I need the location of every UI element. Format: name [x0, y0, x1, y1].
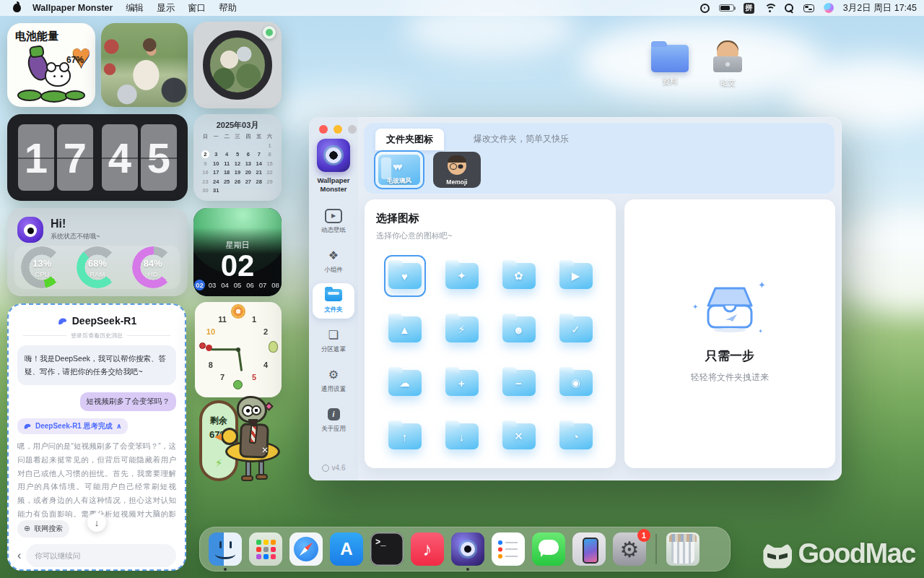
siri-icon[interactable] [824, 3, 834, 13]
folder-option-person[interactable]: ☻ [490, 303, 547, 355]
theme-card-memoji[interactable]: Memoji [433, 152, 481, 188]
folder-option-lightning[interactable]: ⚡ [433, 303, 490, 355]
battery-capsule-widget[interactable]: 剩余 67% ⚡ ✕ [199, 399, 283, 486]
apple-menu-icon[interactable] [13, 4, 21, 12]
flip-clock-widget[interactable]: 17 45 [7, 114, 188, 201]
sidebar-item-widgets[interactable]: ❖小组件 [313, 243, 354, 279]
dock-item-terminal[interactable]: >_ [370, 532, 404, 566]
folder-option-close[interactable]: ✕ [490, 410, 547, 462]
back-chevron-icon[interactable]: ‹ [17, 549, 21, 562]
chat-input[interactable] [26, 544, 176, 567]
folder-option-plus[interactable]: + [433, 357, 490, 409]
folder-option-arrow-up[interactable]: ↑ [376, 410, 433, 462]
folder-option-hearts[interactable]: ♥ [376, 250, 433, 302]
bear-shape [45, 65, 71, 87]
selection-box: ✿ [498, 255, 540, 297]
calendar-day: 3 [211, 150, 222, 158]
dock-item-music[interactable]: ♪ [411, 532, 444, 566]
desktop-icon-folder[interactable]: 资料 [647, 45, 693, 87]
deepseek-widget[interactable]: DeepSeek-R1 登录后查看历史消息 嗨！我是DeepSeek，我可以帮你… [7, 303, 186, 571]
folder-option-folder[interactable] [433, 464, 490, 468]
dock-item-reminders[interactable] [492, 532, 525, 566]
weekday-header: 四 [243, 133, 253, 140]
battery-icon[interactable] [719, 4, 734, 12]
calendar-widget[interactable]: 2025年03月 日一二三四五六123456789101112131415161… [193, 114, 282, 201]
dock-item-launchpad[interactable] [249, 532, 282, 566]
sidebar-item-live-wallpaper[interactable]: ▶动态壁纸 [313, 204, 354, 239]
folder-option-lock[interactable]: ◉ [547, 357, 604, 409]
folder-option-minus[interactable]: − [490, 357, 547, 409]
photo-widget[interactable] [101, 23, 188, 107]
folder-option-play[interactable]: ▶ [547, 250, 604, 302]
gauge-label: CPU [21, 270, 63, 278]
minimize-button[interactable] [334, 125, 342, 134]
calendar-day [211, 142, 222, 150]
search-icon[interactable] [785, 4, 794, 13]
calendar-day: 10 [211, 160, 222, 168]
pvz-clock-widget[interactable]: 1245781011 [195, 302, 282, 397]
tab-folder-icons[interactable]: 文件夹图标 [375, 129, 444, 150]
menu-item[interactable]: 显示 [157, 2, 175, 14]
hearts-icon: ♥♥ [393, 160, 400, 173]
folder-option-check[interactable]: ✓ [547, 303, 604, 355]
sidebar-item-general-settings[interactable]: ⚙通用设置 [313, 363, 354, 398]
system-monitor-widget[interactable]: Hi! 系统状态不错哦~ 13%CPU68%RAM84%HD [7, 208, 188, 296]
menu-item[interactable]: 编辑 [126, 2, 144, 14]
weekday-header: 一 [211, 133, 222, 140]
selection-box: ✦ [441, 255, 483, 297]
dock-item-settings[interactable]: ⚙1 [613, 532, 646, 566]
web-search-pill[interactable]: ⊕ 联网搜索 [17, 520, 69, 538]
pie-folder-icon: ◔ [559, 423, 593, 449]
image-glyph: ▲ [388, 316, 422, 342]
folder-option-cloud[interactable]: ☁ [376, 357, 433, 409]
folder-option-arrow-down[interactable]: ↓ [433, 410, 490, 462]
dock: A>_♪⚙1 [199, 527, 731, 571]
sidebar-item-folders[interactable]: 文件夹 [313, 283, 354, 319]
input-method-icon[interactable]: 拼 [744, 3, 754, 14]
dock-item-finder[interactable] [209, 532, 242, 566]
memoji-face-icon [448, 156, 466, 175]
dock-item-wallpaper-monster[interactable] [451, 532, 484, 566]
dock-item-messages[interactable] [532, 532, 565, 566]
battery-sticker-widget[interactable]: 电池能量 ♥ 67% [7, 23, 95, 107]
folder-option-star[interactable]: ✦ [433, 250, 490, 302]
drop-illustration: ✦ ✦ ✦ [699, 284, 760, 336]
folder-option-image[interactable]: ▲ [376, 303, 433, 355]
widget-title: 电池能量 [15, 30, 58, 43]
calendar-day [264, 186, 275, 194]
folder-option-folder[interactable] [376, 464, 433, 468]
theme-card-glass[interactable]: ♥♥ 毛玻璃风 [375, 152, 423, 188]
folder-option-flower[interactable]: ✿ [490, 250, 547, 302]
menu-item[interactable]: 窗口 [188, 2, 206, 14]
dock-item-trash[interactable] [666, 532, 699, 566]
dock-item-safari[interactable] [289, 532, 323, 566]
wifi-icon[interactable] [764, 4, 775, 12]
menu-item[interactable]: 帮助 [219, 2, 237, 14]
app-status-menu-icon[interactable] [700, 4, 710, 13]
folder-option-folder[interactable] [547, 464, 604, 468]
menu-app-name[interactable]: Wallpaper Monster [32, 3, 113, 13]
lightning-glyph: ⚡ [445, 316, 479, 342]
folder-option-pie[interactable]: ◔ [547, 410, 604, 462]
control-center-icon[interactable] [803, 4, 814, 12]
close-button[interactable] [319, 125, 328, 134]
selection-box: ↓ [441, 415, 483, 457]
music-glyph: ♪ [423, 538, 432, 561]
photo-dial-widget[interactable] [193, 22, 282, 108]
drop-zone-card[interactable]: ✦ ✦ ✦ 只需一步 轻轻将文件夹拽进来 [624, 199, 835, 468]
folder-option-folder[interactable] [490, 464, 547, 468]
goodmac-watermark: GoodMac [762, 538, 915, 569]
sidebar-item-about[interactable]: i关于应用 [313, 402, 354, 438]
menu-datetime[interactable]: 3月2日 周日 17:45 [843, 2, 917, 14]
version-row[interactable]: v4.6 [309, 464, 358, 472]
sidebar-item-partition-mask[interactable]: ❏分区遮罩 [313, 323, 354, 358]
dock-item-iphone-mirroring[interactable] [572, 532, 606, 566]
thinking-status-pill[interactable]: DeepSeek-R1 思考完成 ∧ [17, 418, 128, 434]
tray-icon [699, 284, 760, 333]
desktop-icon-memoji[interactable]: 论文 [705, 42, 751, 88]
dock-item-app-store[interactable]: A [330, 532, 363, 566]
plus-folder-icon: + [445, 370, 479, 396]
scroll-down-button[interactable]: ↓ [87, 513, 106, 532]
date-widget[interactable]: 星期日 02 02030405060708 [193, 208, 282, 296]
zoom-button[interactable] [348, 125, 357, 134]
